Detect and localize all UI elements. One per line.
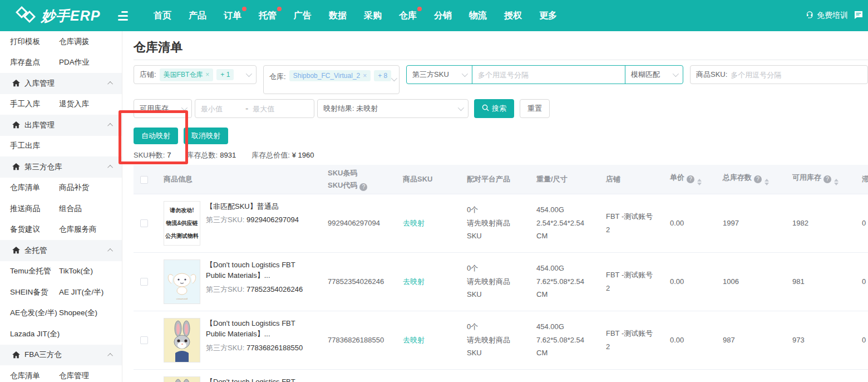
nav-purchase[interactable]: 采购: [355, 10, 390, 22]
chat-bubble-icon[interactable]: [854, 10, 864, 22]
total-stock: 987: [716, 311, 786, 369]
sidebar-item-lazada-jit[interactable]: Lazada JIT(全): [0, 329, 60, 339]
map-link[interactable]: 去映射: [403, 219, 425, 227]
sidebar-item-pda-work[interactable]: PDA作业: [53, 57, 90, 67]
store-tag: 美国FBT仓库×: [160, 68, 214, 81]
product-image: 请勿改动! 物流&供应链 公共测试物料: [164, 201, 200, 246]
column-price: 单价?: [663, 165, 716, 194]
match-mode-select[interactable]: 模糊匹配: [625, 66, 683, 84]
sidebar-section-inbound[interactable]: 入库管理: [0, 73, 122, 94]
help-icon[interactable]: ?: [754, 175, 762, 183]
sku-count: SKU种数:7: [134, 150, 171, 160]
chevron-down-icon: [462, 71, 468, 77]
nav-home[interactable]: 首页: [145, 10, 180, 22]
sidebar-item-warehouse-provider[interactable]: 仓库服务商: [53, 224, 97, 234]
store-filter-select[interactable]: 店铺: 美国FBT仓库× + 1: [134, 65, 257, 84]
nav-logistics[interactable]: 物流: [460, 10, 495, 22]
nav-more[interactable]: 更多: [530, 10, 565, 22]
logo-text: 妙手ERP: [41, 7, 100, 25]
sidebar-item-return-inbound[interactable]: 退货入库: [53, 99, 89, 109]
sidebar-item-push-products[interactable]: 推送商品: [0, 204, 53, 214]
min-value-input[interactable]: [201, 105, 241, 113]
table-row: 【Don't touch Logistics FBT Public Materi…: [134, 369, 868, 382]
sidebar-section-third-party-warehouse[interactable]: 第三方仓库: [0, 156, 122, 178]
help-icon[interactable]: ?: [687, 175, 694, 183]
sidebar-item-combo-product[interactable]: 组合品: [53, 204, 82, 214]
warehouse-filter-select[interactable]: 仓库: Shipbob_FC_Virtual_2× + 8: [263, 65, 400, 94]
sku-search-input[interactable]: [472, 66, 625, 84]
nav-orders[interactable]: 订单: [215, 10, 250, 22]
reset-button[interactable]: 重置: [520, 99, 550, 118]
sidebar-section-fba-third-party[interactable]: FBA三方仓: [0, 345, 122, 366]
cancel-map-button[interactable]: 取消映射: [184, 128, 228, 144]
max-value-input[interactable]: [253, 105, 293, 113]
map-link[interactable]: 去映射: [403, 277, 425, 286]
sidebar-item-warehouse-list-fba[interactable]: 仓库清单: [0, 371, 53, 381]
nav-data[interactable]: 数据: [320, 10, 355, 22]
product-image: cinnamoroll: [164, 259, 200, 304]
product-image: [164, 376, 200, 382]
sort-icon[interactable]: [765, 179, 769, 185]
sidebar-item-print-template[interactable]: 打印模板: [0, 37, 53, 47]
sidebar-section-outbound[interactable]: 出库管理: [0, 115, 122, 136]
close-icon[interactable]: ×: [205, 71, 209, 79]
home-icon: [12, 247, 20, 254]
mapping-result-select[interactable]: 映射结果: 未映射: [317, 99, 468, 118]
map-link[interactable]: 去映射: [403, 336, 425, 344]
actions-row: 自动映射 取消映射: [134, 128, 868, 144]
row-checkbox[interactable]: [140, 219, 148, 227]
stock-type-select[interactable]: 可用库存: [134, 99, 192, 118]
product-sku-input[interactable]: [731, 71, 862, 79]
help-icon[interactable]: ?: [823, 175, 831, 183]
sku-type-select[interactable]: 第三方SKU: [407, 66, 472, 84]
sidebar-item-tiktok[interactable]: TikTok(全): [53, 266, 93, 276]
sidebar-item-shein[interactable]: SHEIN备货: [0, 287, 53, 297]
free-training-button[interactable]: 免费培训: [805, 11, 848, 21]
sidebar-item-warehouse-transfer[interactable]: 仓库调拨: [53, 37, 89, 47]
sidebar-section-full-consignment[interactable]: 全托管: [0, 240, 122, 261]
nav-warehouse[interactable]: 仓库: [390, 10, 425, 22]
close-icon[interactable]: ×: [363, 72, 367, 80]
sidebar-item-ae-warehouse[interactable]: AE仓发(全/半): [0, 308, 53, 318]
sidebar-item-inventory-count[interactable]: 库存盘点: [0, 57, 53, 67]
third-party-sku: 77852354026246: [246, 285, 303, 293]
sidebar-item-manual-inbound[interactable]: 手工入库: [0, 99, 53, 109]
home-icon: [12, 351, 20, 359]
auto-map-button[interactable]: 自动映射: [134, 128, 178, 144]
available-stock: 973: [786, 311, 855, 369]
sidebar-item-ae-jit[interactable]: AE JIT(全/半): [53, 287, 103, 297]
sidebar-item-manual-outbound[interactable]: 手工出库: [0, 141, 53, 151]
nav-consignment[interactable]: 托管: [250, 10, 285, 22]
nav-ads[interactable]: 广告: [285, 10, 320, 22]
notification-dot: [417, 7, 422, 11]
price: 0.00: [663, 252, 716, 311]
notification-dot: [242, 7, 246, 11]
sort-icon[interactable]: [697, 179, 702, 185]
sidebar-item-shopee[interactable]: Shopee(全): [53, 308, 97, 318]
product-sku-filter[interactable]: 商品SKU:: [690, 65, 868, 84]
row-checkbox[interactable]: [140, 336, 148, 344]
sidebar-item-warehouse-list[interactable]: 仓库清单: [0, 183, 53, 193]
price: 0.00: [663, 311, 716, 369]
app-logo[interactable]: 妙手ERP: [16, 6, 100, 26]
select-all-checkbox[interactable]: [140, 176, 148, 184]
sort-icon[interactable]: [834, 179, 839, 185]
filter-row-2: 可用库存 - 映射结果: 未映射 搜索 重置: [134, 99, 868, 118]
table-header-row: 商品信息 SKU条码 SKU代码? 商品SKU 配对平台产品 重量/尺寸 店铺: [134, 165, 868, 194]
search-button[interactable]: 搜索: [474, 99, 514, 118]
chevron-down-icon: [391, 75, 397, 81]
chevron-down-icon: [458, 105, 464, 111]
sidebar-item-product-replenish[interactable]: 商品补货: [53, 183, 89, 193]
sidebar-item-warehouse-management[interactable]: 仓库管理: [53, 371, 89, 381]
nav-authorization[interactable]: 授权: [495, 10, 530, 22]
nav-distribution[interactable]: 分销: [425, 10, 460, 22]
row-checkbox[interactable]: [140, 278, 148, 286]
available-stock: 981: [786, 252, 855, 311]
sidebar-item-stock-suggestion[interactable]: 备货建议: [0, 224, 53, 234]
help-icon[interactable]: ?: [359, 183, 367, 191]
collapse-menu-icon[interactable]: [118, 11, 128, 21]
overflow-value: 0: [855, 311, 868, 369]
nav-products[interactable]: 产品: [180, 10, 215, 22]
sidebar-item-temu[interactable]: Temu全托管: [0, 266, 53, 276]
paired-products: 0个: [460, 369, 530, 382]
